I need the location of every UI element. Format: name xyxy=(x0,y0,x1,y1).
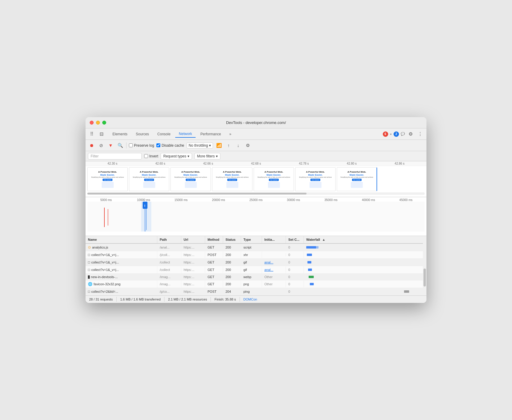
waterfall-bar-2 xyxy=(307,254,312,256)
sort-arrow-icon: ▲ xyxy=(322,238,325,241)
tl-red-bar-1 xyxy=(104,208,105,227)
upload-icon[interactable]: ↑ xyxy=(225,142,232,149)
screenshot-2[interactable]: A Powerful Web. Made Easier. Simplifying… xyxy=(129,167,169,191)
more-options-icon[interactable]: ⋮ xyxy=(416,130,424,138)
window-title: DevTools - developer.chrome.com/ xyxy=(226,120,286,125)
td-status-4: 200 xyxy=(223,266,241,273)
record-icon[interactable]: ⏺ xyxy=(88,142,95,149)
tab-performance[interactable]: Performance xyxy=(197,131,225,137)
td-url-3: https:... xyxy=(181,259,205,266)
table-row[interactable]: ⊙ analytics.js /anal... https:... GET 20… xyxy=(86,244,426,251)
timestamp-1: 42.30 s xyxy=(89,162,136,165)
td-type-6: png xyxy=(241,281,262,287)
screenshot-5[interactable]: A Powerful Web. Made Easier. Simplifying… xyxy=(254,167,294,191)
file-icon-3: □ xyxy=(88,260,90,264)
table-row[interactable]: 🌐 favicon-32x32.png /imag... https:... G… xyxy=(86,280,426,288)
timestamp-6: 42.80 s xyxy=(328,162,376,165)
td-name-5: ■ new-in-devtools-... xyxy=(86,274,157,280)
td-method-2: POST xyxy=(205,252,223,258)
screenshot-6[interactable]: A Powerful Web. Made Easier. Simplifying… xyxy=(295,167,336,191)
tab-sources[interactable]: Sources xyxy=(132,131,153,137)
td-url-6: https:... xyxy=(181,281,205,287)
minimize-button[interactable] xyxy=(96,121,100,125)
th-method[interactable]: Method xyxy=(205,236,223,243)
tl-label-4: 20000 ms xyxy=(200,198,237,202)
tab-console[interactable]: Console xyxy=(154,131,174,137)
th-name[interactable]: Name xyxy=(86,236,157,243)
tab-bar-right: 6 × 2 💬 ⚙ ⋮ xyxy=(383,130,424,138)
preserve-log-checkbox[interactable] xyxy=(129,143,133,147)
request-types-dropdown-icon: ▾ xyxy=(188,154,189,158)
td-type-4: gif xyxy=(241,266,262,273)
cursor-icon[interactable]: ⠿ xyxy=(88,130,96,138)
preserve-log-label[interactable]: Preserve log xyxy=(129,143,154,148)
scrollbar-thumb-v xyxy=(423,269,426,286)
td-status-6: 200 xyxy=(223,281,241,287)
disable-cache-checkbox[interactable] xyxy=(156,143,160,147)
search-icon[interactable]: 🔍 xyxy=(117,142,124,149)
close-button[interactable] xyxy=(90,121,94,125)
td-url-4: https:... xyxy=(181,266,205,273)
table-row[interactable]: □ collect?v=1&_v=j... /j/coll... https:.… xyxy=(86,251,426,259)
file-icon-6: 🌐 xyxy=(88,282,92,286)
invert-checkbox[interactable] xyxy=(144,154,148,158)
screenshot-1[interactable]: A Powerful Web. Made Easier. Simplifying… xyxy=(87,167,128,191)
request-types-button[interactable]: Request types ▾ xyxy=(161,153,192,160)
maximize-button[interactable] xyxy=(102,121,106,125)
waterfall-bar-1b xyxy=(316,246,319,249)
screenshot-4[interactable]: A Powerful Web. Made Easier. Simplifying… xyxy=(212,167,252,191)
throttle-select[interactable]: No throttling ▾ xyxy=(187,142,213,148)
timeline-chart[interactable]: ⫿ xyxy=(87,202,425,232)
download-icon[interactable]: ↓ xyxy=(234,142,242,149)
console-count: 💬 xyxy=(401,132,405,136)
more-filters-button[interactable]: More filters ▾ xyxy=(194,153,220,160)
th-setcookie[interactable]: Set C... xyxy=(286,236,304,243)
td-initiator-4[interactable]: anal... xyxy=(262,266,286,273)
title-bar: DevTools - developer.chrome.com/ xyxy=(86,117,426,128)
td-method-1: GET xyxy=(205,244,223,251)
td-setcookie-1: 0 xyxy=(286,244,304,251)
network-settings-icon[interactable]: ⚙ xyxy=(244,142,251,149)
table-row[interactable]: □ collect?v=2&tid=... /g/co... https:...… xyxy=(86,288,426,295)
th-status[interactable]: Status xyxy=(223,236,241,243)
td-path-1: /anal... xyxy=(157,244,181,251)
clear-icon[interactable]: ⊘ xyxy=(97,142,105,149)
table-row[interactable]: □ collect?v=1&_v=j... /collect https:...… xyxy=(86,259,426,266)
resources-size: 2.1 MB / 2.1 MB resources xyxy=(164,297,211,302)
horizontal-scrollbar[interactable] xyxy=(87,192,425,195)
table-row[interactable]: ■ new-in-devtools-... /imag... https:...… xyxy=(86,274,426,280)
invert-label[interactable]: Invert xyxy=(144,154,158,158)
th-initiator[interactable]: Initia... xyxy=(262,236,286,243)
td-waterfall-2 xyxy=(304,252,426,258)
tab-elements[interactable]: Elements xyxy=(109,131,131,137)
scrollbar-thumb-h xyxy=(87,193,307,194)
disable-cache-label[interactable]: Disable cache xyxy=(156,143,184,148)
th-type[interactable]: Type xyxy=(241,236,262,243)
filter-icon[interactable]: ▼ xyxy=(107,142,114,149)
filter-input[interactable] xyxy=(88,153,142,160)
wifi-icon[interactable]: 📶 xyxy=(215,142,223,149)
screenshot-3[interactable]: A Powerful Web. Made Easier. Simplifying… xyxy=(170,167,211,191)
td-method-6: GET xyxy=(205,281,223,287)
device-icon[interactable]: ⊟ xyxy=(97,130,105,138)
td-initiator-3[interactable]: anal... xyxy=(262,259,286,266)
td-path-3: /collect xyxy=(157,259,181,266)
th-url[interactable]: Url xyxy=(181,236,205,243)
vertical-scrollbar[interactable] xyxy=(423,236,426,295)
timestamp-3: 42.66 s xyxy=(184,162,232,165)
requests-count: 28 / 31 requests xyxy=(86,297,117,302)
devtools-icons: ⠿ ⊟ xyxy=(88,130,105,138)
th-path[interactable]: Path xyxy=(157,236,181,243)
td-waterfall-6 xyxy=(304,281,426,287)
dom-content: DOMCon xyxy=(240,297,261,302)
timestamp-4: 42.68 s xyxy=(232,162,280,165)
tl-blue-bar xyxy=(146,203,147,230)
table-row[interactable]: □ collect?v=1&_v=j... /collect https:...… xyxy=(86,266,426,274)
th-waterfall[interactable]: Waterfall ▲ xyxy=(304,236,426,243)
main-content: Name Path Url Method Status Type Initia.… xyxy=(86,236,426,295)
tab-more[interactable]: » xyxy=(226,131,235,137)
screenshot-7[interactable]: A Powerful Web. Made Easier. Simplifying… xyxy=(337,167,377,191)
throttle-dropdown-icon: ▾ xyxy=(209,143,211,148)
settings-icon[interactable]: ⚙ xyxy=(407,130,415,138)
tab-network[interactable]: Network xyxy=(175,131,196,138)
